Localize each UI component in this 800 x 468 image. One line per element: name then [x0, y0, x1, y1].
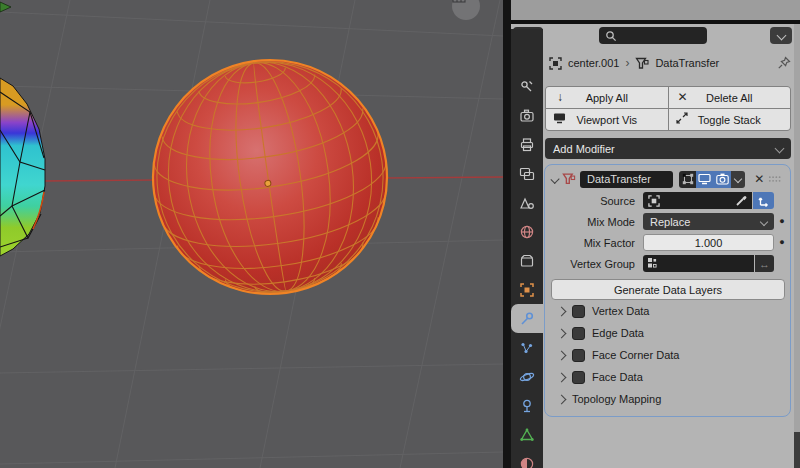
monitor-icon: [698, 173, 711, 185]
constraints-icon: [519, 398, 535, 414]
modifiers-icon: [519, 311, 535, 327]
tab-tool[interactable]: [511, 72, 543, 101]
source-label: Source: [551, 195, 643, 207]
modifier-name-field[interactable]: DataTransfer: [580, 171, 673, 188]
breadcrumb-modifier[interactable]: DataTransfer: [655, 57, 719, 69]
edge-data-section[interactable]: Edge Data: [558, 322, 790, 344]
search-icon: [605, 30, 617, 42]
editor-border[interactable]: [503, 0, 511, 468]
animate-decorator-dot[interactable]: ●: [774, 213, 790, 230]
3d-viewport[interactable]: [0, 0, 503, 468]
face-data-checkbox[interactable]: [572, 371, 585, 384]
tab-particles[interactable]: [511, 333, 543, 362]
properties-editor: center.001 › DataTransfer: [511, 0, 800, 468]
panel-right-edge[interactable]: [794, 24, 800, 432]
face-data-section[interactable]: Face Data: [558, 366, 790, 388]
mix-mode-value: Replace: [650, 216, 690, 228]
object-icon: [549, 57, 562, 70]
mix-mode-label: Mix Mode: [551, 216, 643, 228]
vertex-group-row: Vertex Group ↔: [551, 254, 790, 273]
tab-material[interactable]: [511, 449, 543, 468]
expand-arrows-icon: [676, 112, 690, 126]
green-object-sliver[interactable]: [0, 2, 11, 12]
collapsed-chevron-icon: [557, 306, 567, 316]
vertex-data-section[interactable]: Vertex Data: [558, 300, 790, 322]
tab-scene[interactable]: [511, 188, 543, 217]
edge-data-checkbox[interactable]: [572, 327, 585, 340]
modifier-extras-dropdown[interactable]: [731, 171, 746, 188]
scene-icon: [519, 195, 535, 211]
tab-view-layer[interactable]: [511, 159, 543, 188]
face-data-label: Face Data: [592, 371, 643, 383]
face-corner-data-checkbox[interactable]: [572, 349, 585, 362]
tab-object-data[interactable]: [511, 420, 543, 449]
datatransfer-modifier-panel: DataTransfer: [544, 164, 791, 417]
apply-all-label: Apply All: [586, 92, 628, 104]
source-object-field[interactable]: [643, 192, 752, 209]
output-icon: [519, 137, 535, 153]
render-icon: [519, 108, 535, 124]
drag-handle-icon[interactable]: [768, 175, 782, 183]
add-modifier-label: Add Modifier: [553, 143, 615, 155]
pin-icon[interactable]: [777, 56, 791, 70]
header-options-button[interactable]: [770, 27, 792, 44]
collapse-chevron-icon[interactable]: [550, 174, 560, 184]
add-modifier-dropdown[interactable]: Add Modifier: [545, 138, 791, 159]
collapsed-chevron-icon: [557, 350, 567, 360]
collapsed-chevron-icon: [557, 394, 567, 404]
chevron-down-icon: [776, 31, 786, 41]
tab-constraints[interactable]: [511, 391, 543, 420]
breadcrumb-separator: ›: [625, 56, 629, 70]
axis-icon: [758, 195, 770, 207]
tab-physics[interactable]: [511, 362, 543, 391]
tab-output[interactable]: [511, 130, 543, 159]
search-input[interactable]: [599, 27, 707, 44]
properties-header: [511, 24, 800, 48]
panel-right-edge-bottom: [794, 432, 800, 468]
object-transform-toggle[interactable]: [753, 192, 774, 209]
face-corner-data-section[interactable]: Face Corner Data: [558, 344, 790, 366]
render-display-toggle[interactable]: [714, 171, 731, 188]
topbar-strip: [511, 0, 800, 24]
physics-icon: [519, 369, 535, 385]
object-icon: [648, 195, 660, 207]
apply-all-button[interactable]: ↓ Apply All: [546, 87, 668, 108]
delete-all-button[interactable]: ✕ Delete All: [669, 87, 791, 108]
collapsed-chevron-icon: [557, 328, 567, 338]
viewport-vis-button[interactable]: Viewport Vis: [546, 109, 668, 130]
modifier-header: DataTransfer: [552, 169, 784, 189]
view-layer-icon: [519, 166, 535, 182]
red-sphere-object[interactable]: [138, 45, 402, 309]
datatransfer-modifier-icon: [635, 57, 649, 70]
generate-data-layers-button[interactable]: Generate Data Layers: [551, 279, 785, 300]
object-origin-dot: [264, 180, 271, 187]
breadcrumb-object[interactable]: center.001: [568, 57, 619, 69]
tab-collection[interactable]: [511, 246, 543, 275]
mix-factor-slider[interactable]: 1.000: [643, 234, 774, 251]
edit-mode-toggle[interactable]: [679, 171, 696, 188]
properties-tab-column: [511, 29, 543, 468]
animate-decorator-dot[interactable]: ●: [774, 234, 790, 251]
modifier-close-button[interactable]: ✕: [754, 172, 764, 186]
modifier-display-toggles: [679, 171, 745, 188]
grid-icon: [452, 0, 466, 4]
tab-world[interactable]: [511, 217, 543, 246]
vertex-group-field[interactable]: [643, 255, 754, 272]
tab-render[interactable]: [511, 101, 543, 130]
world-icon: [519, 224, 535, 240]
mix-factor-label: Mix Factor: [551, 237, 643, 249]
rainbow-sphere-object[interactable]: [0, 78, 45, 256]
chevron-down-icon: [775, 144, 785, 154]
toggle-stack-button[interactable]: Toggle Stack: [669, 109, 791, 130]
edge-data-label: Edge Data: [592, 327, 644, 339]
tab-object[interactable]: [511, 275, 543, 304]
download-arrow-icon: ↓: [553, 90, 567, 104]
mix-mode-dropdown[interactable]: Replace: [643, 213, 774, 230]
vertex-data-checkbox[interactable]: [572, 305, 585, 318]
vertex-group-invert-button[interactable]: ↔: [755, 255, 774, 272]
tab-modifiers[interactable]: [511, 304, 543, 333]
eyedropper-icon[interactable]: [735, 194, 748, 207]
viewport-vis-label: Viewport Vis: [576, 114, 637, 126]
realtime-display-toggle[interactable]: [696, 171, 713, 188]
topology-mapping-section[interactable]: Topology Mapping: [558, 388, 790, 410]
